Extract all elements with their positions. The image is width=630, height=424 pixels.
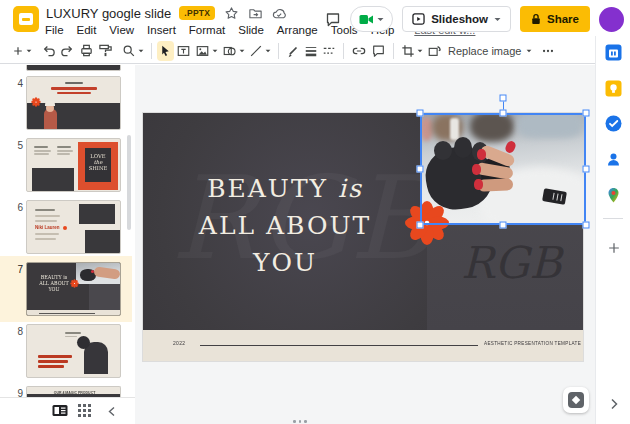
filmstrip-bottom-bar (0, 397, 135, 424)
paint-format-button[interactable] (96, 41, 115, 61)
insert-comment-button[interactable] (369, 41, 388, 61)
meet-button[interactable] (350, 6, 393, 32)
slide-thumbnail-7-selected[interactable]: BEAUTY is ALL ABOUT YOU (26, 262, 121, 316)
titlebar: LUXURY google slide .PPTX File Edit View… (0, 0, 630, 38)
more-options-button[interactable] (539, 41, 557, 61)
chevron-down-icon (417, 49, 423, 53)
slide-thumbnail-5[interactable]: LOVE the SHINE (26, 138, 121, 192)
flower-dot-icon (63, 226, 67, 230)
pptx-badge: .PPTX (179, 6, 215, 20)
border-color-button[interactable] (284, 41, 302, 61)
thumb7-photo (76, 263, 121, 284)
slide-title-text[interactable]: BEAUTY is ALL ABOUT YOU (185, 170, 385, 281)
editing-canvas: RGB RGB BEAUTY is ALL ABOUT YOU 2022 AES… (135, 65, 595, 424)
maps-icon[interactable] (605, 187, 622, 204)
move-folder-icon[interactable] (247, 5, 263, 21)
rotate-handle[interactable] (500, 95, 507, 102)
toolbar: Replace image (0, 38, 595, 64)
insert-image-button[interactable] (193, 41, 220, 61)
footer-year: 2022 (173, 341, 185, 347)
zoom-tool-button[interactable] (120, 41, 146, 61)
chevron-down-icon (26, 49, 32, 53)
print-button[interactable] (77, 41, 96, 61)
slide-thumbnail-8[interactable] (26, 324, 121, 378)
insert-link-button[interactable] (349, 41, 369, 61)
comment-history-icon[interactable] (325, 11, 341, 27)
crop-button[interactable] (399, 41, 425, 61)
text-box-button[interactable] (174, 41, 193, 61)
menu-edit[interactable]: Edit (76, 24, 98, 36)
insert-line-button[interactable] (247, 41, 273, 61)
explore-button[interactable] (563, 387, 589, 413)
slide-thumbnail-3-partial[interactable] (26, 65, 121, 73)
grid-view-button[interactable] (78, 404, 91, 420)
calendar-icon[interactable] (605, 44, 622, 61)
slideshow-icon (412, 13, 425, 25)
chevron-down-icon (377, 17, 384, 22)
account-avatar[interactable] (599, 7, 624, 32)
slides-logo-icon[interactable] (13, 6, 39, 32)
filmstrip-view-button[interactable] (52, 404, 68, 420)
resize-handle-e[interactable] (583, 166, 590, 173)
lock-icon (531, 13, 541, 25)
mask-image-button[interactable] (425, 41, 444, 61)
chevron-down-icon (239, 49, 245, 53)
resize-handle-w[interactable] (417, 166, 424, 173)
filmstrip-scrollbar[interactable] (127, 135, 131, 230)
thumb6-name: Niki Lauren (35, 225, 60, 230)
chevron-down-icon (526, 49, 532, 53)
border-weight-button[interactable] (302, 41, 320, 61)
collapse-filmstrip-button[interactable] (108, 405, 116, 420)
footer-rule (200, 345, 478, 346)
slide-footer: 2022 AESTHETIC PRESENTATION TEMPLATE (143, 330, 583, 361)
notes-resize-handle[interactable] (293, 420, 307, 423)
menu-slide[interactable]: Slide (237, 24, 265, 36)
resize-handle-n[interactable] (500, 110, 507, 117)
selection-outline (420, 113, 586, 225)
chevron-down-icon (138, 49, 144, 53)
replace-image-button[interactable]: Replace image (444, 41, 534, 61)
border-dash-button[interactable] (320, 41, 338, 61)
footer-credit: AESTHETIC PRESENTATION TEMPLATE (484, 341, 581, 346)
filmstrip-panel: 4 5 LOVE the SHINE 6 (0, 65, 135, 424)
chevron-down-icon (494, 17, 501, 22)
resize-handle-ne[interactable] (583, 110, 590, 117)
menu-arrange[interactable]: Arrange (276, 24, 319, 36)
menu-file[interactable]: File (44, 24, 65, 36)
menu-view[interactable]: View (108, 24, 135, 36)
document-title[interactable]: LUXURY google slide (46, 6, 171, 21)
side-panel (595, 36, 630, 424)
watermark-rgb: RGB (461, 241, 562, 285)
insert-shape-button[interactable] (220, 41, 247, 61)
cloud-status-icon[interactable] (271, 5, 287, 21)
slideshow-button[interactable]: Slideshow (402, 6, 511, 32)
meet-camera-icon (359, 14, 374, 25)
redo-button[interactable] (58, 41, 77, 61)
explore-icon (568, 392, 584, 408)
hide-side-panel-button[interactable] (605, 395, 622, 412)
keep-icon[interactable] (605, 80, 622, 97)
resize-handle-se[interactable] (583, 222, 590, 229)
illustration-woman (44, 109, 57, 130)
new-slide-button[interactable] (10, 41, 34, 61)
sidebar-divider (603, 218, 623, 219)
flower-icon (70, 279, 79, 288)
slide-number: 4 (11, 78, 23, 89)
undo-button[interactable] (39, 41, 58, 61)
tasks-icon[interactable] (605, 115, 622, 132)
slide-thumbnail-6[interactable]: Niki Lauren (26, 200, 121, 254)
slide-number: 8 (11, 326, 23, 337)
slide-number: 5 (11, 140, 23, 151)
resize-handle-sw[interactable] (417, 222, 424, 229)
resize-handle-s[interactable] (500, 222, 507, 229)
slide-thumbnail-4[interactable] (26, 76, 121, 130)
slide-number: 7 (11, 264, 23, 275)
star-icon[interactable] (223, 5, 239, 21)
contacts-icon[interactable] (605, 151, 622, 168)
resize-handle-nw[interactable] (417, 110, 424, 117)
select-tool-button[interactable] (157, 41, 174, 61)
get-addons-button[interactable] (605, 239, 622, 256)
menu-insert[interactable]: Insert (146, 24, 177, 36)
menu-format[interactable]: Format (188, 24, 226, 36)
share-button[interactable]: Share (520, 6, 590, 32)
